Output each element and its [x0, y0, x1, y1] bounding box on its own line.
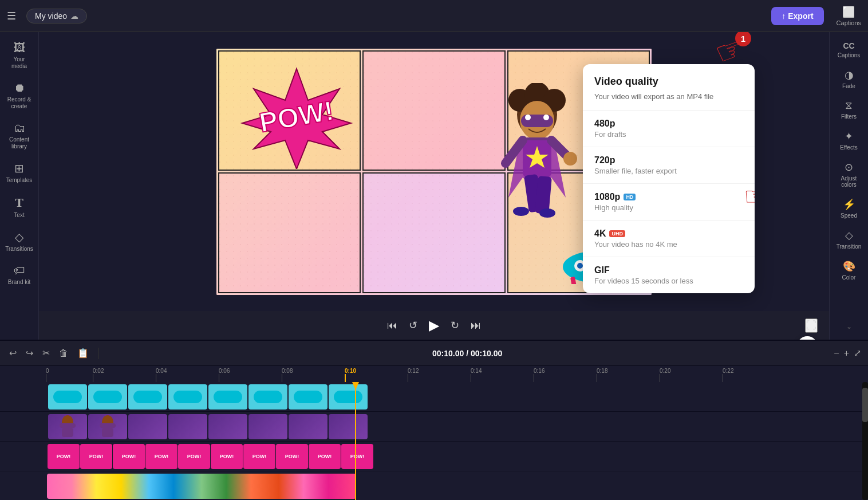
ruler-mark-22: 0:22: [723, 368, 786, 382]
clip-pow-1[interactable]: POW!: [48, 444, 80, 469]
clip-hero-1[interactable]: [48, 414, 87, 439]
timeline-ruler: 0 0:02 0:04 0:06 0:08: [0, 366, 868, 382]
speed-label: Speed: [841, 212, 857, 219]
clip-mask-8[interactable]: [329, 384, 368, 410]
fullscreen-button[interactable]: ⛶: [805, 318, 818, 333]
quality-desc-720p: Smaller file, faster export: [594, 167, 743, 175]
quality-option-4k[interactable]: 4K UHD Your video has no 4K me: [583, 220, 755, 257]
sidebar-item-color[interactable]: 🎨 Color: [832, 255, 866, 285]
clip-comic-main[interactable]: [47, 474, 356, 499]
clip-pow-8[interactable]: POW!: [276, 444, 308, 469]
ruler-mark-4: 0:04: [156, 368, 219, 382]
clip-mask-2[interactable]: [88, 384, 127, 410]
svg-rect-25: [60, 423, 76, 428]
delete-button[interactable]: 🗑: [57, 346, 70, 361]
quality-option-gif[interactable]: GIF For videos 15 seconds or less: [583, 257, 755, 293]
rewind-5-button[interactable]: ↺: [409, 319, 417, 332]
clip-mask-6[interactable]: [248, 384, 287, 410]
project-name-pill[interactable]: My video ☁: [26, 9, 87, 23]
effects-label: Effects: [840, 144, 857, 151]
sidebar-item-record-create[interactable]: ⏺ Record &create: [2, 77, 37, 115]
clip-mask-1[interactable]: [48, 384, 87, 410]
clip-mask-3[interactable]: [128, 384, 167, 410]
clip-pow-3[interactable]: POW!: [113, 444, 145, 469]
clip-pow-2[interactable]: POW!: [80, 444, 112, 469]
sidebar-item-speed[interactable]: ⚡ Speed: [832, 194, 866, 223]
sidebar-label-templates: Templates: [6, 177, 33, 184]
tracks-area: POW! POW! POW! POW! POW! POW! POW! POW! …: [0, 382, 862, 500]
duplicate-button[interactable]: 📋: [75, 345, 91, 361]
clip-pow-6[interactable]: POW!: [211, 444, 243, 469]
help-button[interactable]: ?: [797, 336, 818, 340]
timeline-toolbar: ↩ ↪ ✂ 🗑 📋 00:10.00 / 00:10.00 − + ⤢ ⌄: [0, 341, 868, 366]
clip-pow-5[interactable]: POW!: [178, 444, 210, 469]
skip-back-button[interactable]: ⏮: [387, 320, 397, 332]
quality-dropdown-title: Video quality: [583, 64, 755, 92]
track-masks: [0, 382, 862, 412]
clip-hero-6[interactable]: [248, 414, 287, 439]
svg-point-9: [543, 115, 549, 120]
record-icon: ⏺: [14, 81, 25, 95]
sidebar-item-brand-kit[interactable]: 🏷 Brand kit: [2, 259, 37, 290]
filters-label: Filters: [841, 113, 857, 120]
clip-hero-5[interactable]: [208, 414, 247, 439]
undo-button[interactable]: ↩: [7, 345, 19, 361]
play-button[interactable]: ▶: [429, 317, 439, 333]
ruler-mark-12: 0:12: [408, 368, 471, 382]
video-controls: ⏮ ↺ ▶ ↻ ⏭ ⛶ ?: [39, 311, 829, 340]
timeline-scrollbar-thumb[interactable]: [862, 388, 868, 422]
skip-forward-button[interactable]: ⏭: [471, 320, 481, 332]
sidebar-item-adjust-colors[interactable]: ⊙ Adjustcolors: [832, 156, 866, 192]
quality-option-720p[interactable]: 720p Smaller file, faster export: [583, 147, 755, 183]
sidebar-item-content-library[interactable]: 🗂 Contentlibrary: [2, 117, 37, 155]
clip-mask-5[interactable]: [208, 384, 247, 410]
export-button[interactable]: ↑ Export: [771, 7, 823, 25]
clip-mask-7[interactable]: [289, 384, 328, 410]
svg-point-16: [539, 208, 555, 218]
cut-button[interactable]: ✂: [40, 345, 52, 361]
captions-icon: ⬜: [842, 6, 855, 18]
captions-label: Captions: [837, 19, 861, 26]
cursor-annotation-2: ☞ 2: [744, 184, 755, 209]
clip-hero-2[interactable]: [88, 414, 127, 439]
menu-icon[interactable]: ☰: [7, 10, 16, 22]
sidebar-item-effects[interactable]: ✦ Effects: [832, 125, 866, 155]
right-sidebar-collapse[interactable]: ⌄: [842, 318, 857, 335]
clip-mask-4[interactable]: [168, 384, 207, 410]
captions-button[interactable]: ⬜ Captions: [837, 6, 861, 26]
sidebar-item-fade[interactable]: ◑ Fade: [832, 64, 866, 94]
sidebar-label-your-media: Your media: [6, 56, 33, 70]
timeline-scrollbar[interactable]: [862, 382, 868, 500]
zoom-in-button[interactable]: +: [844, 348, 849, 359]
adjust-colors-label: Adjustcolors: [841, 175, 857, 188]
clip-pow-4[interactable]: POW!: [145, 444, 177, 469]
sidebar-item-filters[interactable]: ⧖ Filters: [832, 95, 866, 124]
timeline-area: ↩ ↪ ✂ 🗑 📋 00:10.00 / 00:10.00 − + ⤢ ⌄ 0 …: [0, 340, 868, 500]
zoom-out-button[interactable]: −: [834, 348, 839, 359]
fit-button[interactable]: ⤢: [854, 348, 861, 359]
sidebar-item-text[interactable]: T Text: [2, 191, 37, 223]
sidebar-item-captions[interactable]: CC Captions: [832, 37, 866, 63]
quality-option-1080p[interactable]: 1080p HD High quality ☞ 2: [583, 183, 755, 220]
forward-5-button[interactable]: ↻: [451, 319, 459, 332]
sidebar-item-templates[interactable]: ⊞ Templates: [2, 157, 37, 188]
cloud-icon: ☁: [70, 11, 78, 21]
clip-hero-8[interactable]: [329, 414, 368, 439]
clip-pow-7[interactable]: POW!: [243, 444, 275, 469]
clip-pow-10[interactable]: POW!: [341, 444, 373, 469]
sidebar-item-transitions[interactable]: ◇ Transitions: [2, 226, 37, 257]
sidebar-item-transition[interactable]: ◇ Transition: [832, 225, 866, 254]
time-separator: /: [466, 349, 471, 358]
sidebar-item-your-media[interactable]: 🖼 Your media: [2, 37, 37, 74]
cursor-annotation-1: ☞ 1: [716, 35, 744, 67]
track-comic: [0, 471, 862, 500]
clip-hero-4[interactable]: [168, 414, 207, 439]
clip-hero-7[interactable]: [289, 414, 328, 439]
redo-button[interactable]: ↪: [23, 345, 35, 361]
clip-pow-9[interactable]: POW!: [309, 444, 341, 469]
clip-hero-3[interactable]: [128, 414, 167, 439]
project-name: My video: [35, 11, 67, 21]
sidebar-label-content-library: Contentlibrary: [9, 136, 29, 150]
quality-option-480p[interactable]: 480p For drafts: [583, 110, 755, 147]
transitions-icon: ◇: [15, 230, 23, 244]
